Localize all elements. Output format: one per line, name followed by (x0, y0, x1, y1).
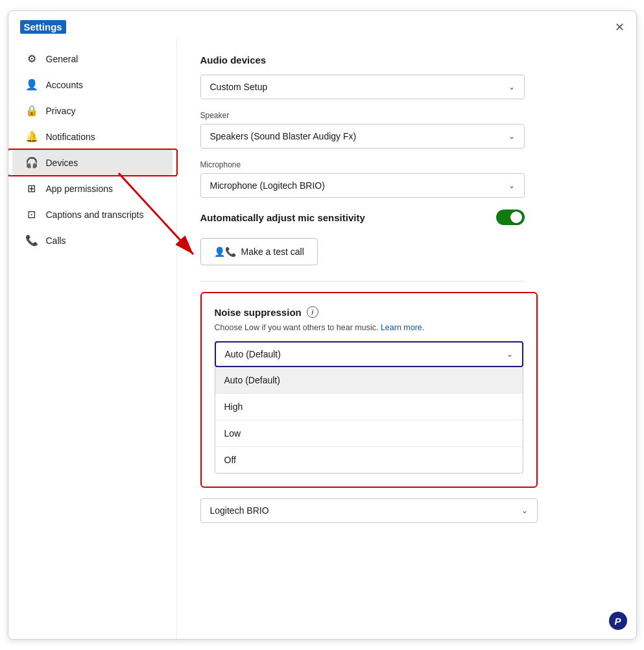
sidebar-label-calls: Calls (46, 235, 66, 246)
grid-icon: ⊞ (25, 182, 38, 195)
sidebar-item-captions[interactable]: ⊡ Captions and transcripts (12, 202, 173, 227)
audio-device-dropdown[interactable]: Custom Setup ⌄ (200, 75, 525, 99)
speaker-dropdown[interactable]: Speakers (Sound Blaster Audigy Fx) ⌄ (200, 124, 525, 149)
speaker-label: Speaker (200, 111, 613, 120)
noise-option-high[interactable]: High (215, 393, 523, 420)
divider (200, 281, 525, 282)
sidebar-label-general: General (46, 54, 78, 64)
sidebar-item-devices-wrapper: 🎧 Devices (8, 150, 176, 175)
bell-icon: 🔔 (25, 130, 38, 143)
audio-device-dropdown-wrapper: Custom Setup ⌄ (200, 75, 613, 99)
noise-option-low[interactable]: Low (215, 420, 523, 446)
sidebar-label-devices: Devices (46, 158, 78, 168)
test-call-button[interactable]: 👤📞 Make a test call (200, 238, 318, 265)
noise-title: Noise suppression (215, 307, 302, 318)
noise-title-row: Noise suppression i (215, 306, 523, 318)
noise-option-auto[interactable]: Auto (Default) (215, 367, 523, 393)
noise-option-off[interactable]: Off (215, 446, 523, 473)
phone-icon: 📞 (25, 234, 38, 247)
noise-selected-value: Auto (Default) (225, 349, 281, 359)
microphone-label: Microphone (200, 160, 613, 169)
microphone-value: Microphone (Logitech BRIO) (210, 180, 325, 191)
chevron-down-icon-bottom: ⌄ (521, 506, 528, 515)
audio-devices-heading: Audio devices (200, 54, 613, 66)
sidebar-label-privacy: Privacy (46, 106, 76, 116)
sidebar-label-accounts: Accounts (46, 80, 84, 90)
info-icon[interactable]: i (307, 306, 318, 318)
sidebar-label-app-permissions: App permissions (46, 184, 113, 194)
sidebar-label-notifications: Notifications (46, 132, 95, 142)
sidebar-item-calls[interactable]: 📞 Calls (12, 228, 173, 253)
audio-device-value: Custom Setup (210, 82, 268, 92)
content-area: ⚙ General 👤 Accounts 🔒 Privacy 🔔 Notific… (8, 39, 636, 639)
speaker-dropdown-wrapper: Speaker Speakers (Sound Blaster Audigy F… (200, 111, 613, 149)
sidebar-item-privacy[interactable]: 🔒 Privacy (12, 98, 173, 123)
bottom-device-dropdown[interactable]: Logitech BRIO ⌄ (200, 498, 538, 523)
sidebar-item-notifications[interactable]: 🔔 Notifications (12, 124, 173, 149)
learn-more-link[interactable]: Learn more. (381, 323, 424, 332)
person-icon: 👤 (25, 78, 38, 91)
microphone-dropdown-wrapper: Microphone Microphone (Logitech BRIO) ⌄ (200, 160, 613, 198)
microphone-dropdown[interactable]: Microphone (Logitech BRIO) ⌄ (200, 173, 525, 198)
chevron-down-icon-speaker: ⌄ (508, 132, 515, 141)
sidebar-item-general[interactable]: ⚙ General (12, 46, 173, 71)
auto-adjust-label: Automatically adjust mic sensitivity (200, 212, 365, 223)
settings-window: Settings ✕ ⚙ General 👤 Accounts 🔒 Privac… (8, 10, 637, 640)
sidebar-item-app-permissions[interactable]: ⊞ App permissions (12, 176, 173, 201)
headset-icon: 🎧 (25, 156, 38, 169)
close-button[interactable]: ✕ (615, 21, 625, 33)
test-call-label: Make a test call (241, 247, 304, 257)
auto-adjust-row: Automatically adjust mic sensitivity (200, 210, 525, 225)
window-title: Settings (20, 20, 66, 34)
auto-adjust-toggle[interactable] (496, 210, 525, 225)
chevron-up-icon-noise: ⌄ (507, 350, 513, 359)
toggle-knob (510, 211, 522, 223)
gear-icon: ⚙ (25, 53, 38, 65)
chevron-down-icon: ⌄ (508, 82, 515, 91)
bottom-device-label: Logitech BRIO (210, 505, 269, 516)
titlebar: Settings ✕ (8, 11, 636, 39)
p-logo: P (609, 612, 627, 630)
noise-dropdown-trigger[interactable]: Auto (Default) ⌄ (215, 341, 523, 367)
lock-icon: 🔒 (25, 104, 38, 117)
chevron-down-icon-mic: ⌄ (508, 181, 515, 190)
sidebar-item-devices[interactable]: 🎧 Devices (12, 150, 173, 175)
sidebar-label-captions: Captions and transcripts (46, 210, 144, 220)
speaker-value: Speakers (Sound Blaster Audigy Fx) (210, 131, 357, 141)
test-call-icon: 👤📞 (214, 247, 236, 257)
captions-icon: ⊡ (25, 208, 38, 221)
noise-dropdown-list: Auto (Default) High Low Off (215, 367, 523, 474)
noise-suppression-box: Noise suppression i Choose Low if you wa… (200, 292, 538, 488)
main-content: Audio devices Custom Setup ⌄ Speaker Spe… (177, 39, 636, 639)
noise-description: Choose Low if you want others to hear mu… (215, 323, 523, 332)
sidebar-item-accounts[interactable]: 👤 Accounts (12, 72, 173, 97)
sidebar: ⚙ General 👤 Accounts 🔒 Privacy 🔔 Notific… (8, 39, 177, 639)
